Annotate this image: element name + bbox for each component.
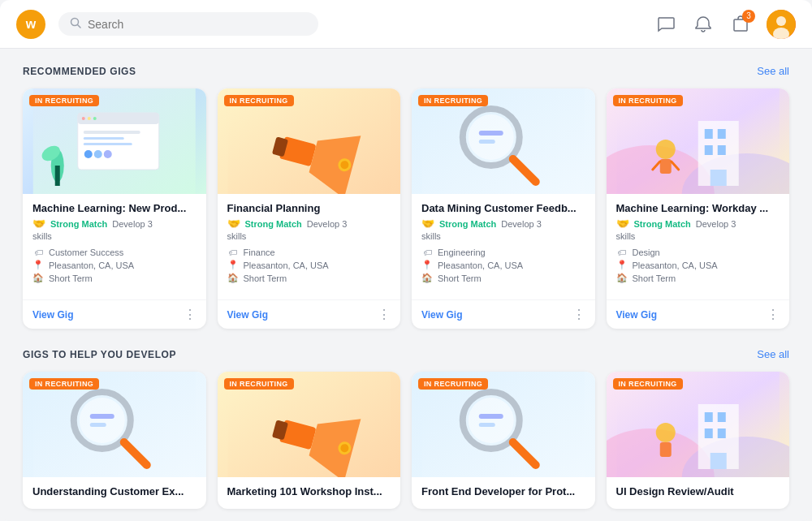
develop-label: Develop 3 [112,219,153,229]
svg-rect-39 [704,129,712,139]
svg-point-62 [469,398,514,443]
match-label: Strong Match [50,219,107,229]
card-1-location: 📍 Pleasanton, CA, USA [32,260,197,270]
recommended-see-all[interactable]: See all [757,65,789,77]
card-1-body: Machine Learning: New Prod... 🤝 Strong M… [23,194,206,299]
card-2-meta: 🏷 Finance 📍 Pleasanton, CA, USA 🏠 Short … [227,248,391,283]
svg-rect-74 [710,453,726,469]
header: w [0,0,812,49]
card-3-view-gig[interactable]: View Gig [421,309,462,321]
card-3-skills: skills [421,231,585,241]
svg-rect-45 [659,159,671,174]
gig-card-2: IN RECRUITING [218,88,401,329]
recommended-title: RECOMMENDED GIGS [23,66,136,77]
card-1-view-gig[interactable]: View Gig [32,309,73,321]
home-icon-2: 🏠 [227,273,239,283]
svg-rect-32 [479,131,503,136]
card-4-title: Machine Learning: Workday ... [616,202,780,214]
card-4-location: 📍 Pleasanton, CA, USA [616,260,780,270]
cart-icon[interactable]: 3 [729,13,752,36]
svg-point-75 [655,423,675,442]
match-icon-2: 🤝 [227,217,240,230]
header-actions: 3 [654,10,796,39]
dev-card-4-body: UI Design Review/Audit [607,477,790,509]
svg-rect-70 [704,412,712,422]
card-4-match: 🤝 Strong Match Develop 3 [616,217,780,230]
card-3-duration: 🏠 Short Term [421,273,585,283]
search-input[interactable] [88,18,307,31]
dev-card-3-image: IN RECRUITING [412,372,595,477]
messages-icon[interactable] [654,13,677,36]
home-icon-3: 🏠 [421,273,433,283]
svg-point-6 [776,16,786,26]
search-bar[interactable] [58,12,318,36]
card-2-view-gig[interactable]: View Gig [227,309,268,321]
card-3-meta: 🏷 Engineering 📍 Pleasanton, CA, USA 🏠 Sh… [421,248,585,283]
dev-card-1-image: IN RECRUITING [23,372,206,477]
recommended-section-header: RECOMMENDED GIGS See all [23,65,789,77]
card-2-more-icon[interactable]: ⋮ [378,307,391,322]
card-3-badge: IN RECRUITING [418,95,488,106]
svg-point-14 [82,117,85,120]
svg-rect-63 [479,414,503,419]
svg-point-50 [80,398,125,443]
card-2-category: 🏷 Finance [227,248,391,257]
dev-card-2-body: Marketing 101 Workshop Inst... [218,477,401,509]
svg-rect-76 [659,442,671,457]
card-1-match: 🤝 Strong Match Develop 3 [32,217,197,230]
workday-logo[interactable]: w [16,10,45,39]
develop-cards-grid: IN RECRUITING [23,372,789,509]
card-4-view-gig[interactable]: View Gig [616,309,657,321]
recommended-gigs-section: RECOMMENDED GIGS See all IN RECRUITING [23,65,789,329]
develop-label-4: Develop 3 [696,219,736,229]
svg-rect-40 [717,129,725,139]
svg-point-15 [88,117,91,120]
card-4-image: IN RECRUITING [607,88,790,194]
match-icon-4: 🤝 [616,217,629,230]
svg-rect-52 [90,423,106,427]
card-4-meta: 🏷 Design 📍 Pleasanton, CA, USA 🏠 Short T… [616,248,780,283]
develop-see-all[interactable]: See all [757,348,789,360]
svg-point-44 [655,140,675,159]
card-3-more-icon[interactable]: ⋮ [572,307,585,322]
svg-rect-42 [717,145,725,155]
card-4-duration: 🏠 Short Term [616,273,780,283]
card-2-location: 📍 Pleasanton, CA, USA [227,260,391,270]
card-3-title: Data Mining Customer Feedb... [421,202,585,214]
notifications-icon[interactable] [692,13,715,36]
location-icon-3: 📍 [421,260,433,270]
svg-point-22 [104,150,112,158]
dev-card-1-title: Understanding Customer Ex... [32,485,197,497]
dev-card-2-title: Marketing 101 Workshop Inst... [227,485,391,497]
svg-point-16 [93,117,97,120]
svg-point-21 [94,150,102,158]
card-1-image: IN RECRUITING [23,88,206,194]
match-icon: 🤝 [32,217,45,230]
recommended-cards-grid: IN RECRUITING [23,88,789,329]
card-2-skills: skills [227,231,391,241]
card-2-footer: View Gig ⋮ [218,299,401,329]
svg-point-20 [84,150,93,158]
card-1-more-icon[interactable]: ⋮ [184,307,197,322]
develop-card-4: IN RECRUITING [607,372,790,509]
svg-rect-43 [710,170,726,186]
develop-card-1: IN RECRUITING [23,372,206,509]
svg-rect-73 [717,428,725,438]
card-1-category: 🏷 Customer Success [32,248,197,257]
card-3-location: 📍 Pleasanton, CA, USA [421,260,585,270]
tag-icon-2: 🏷 [227,248,239,257]
dev-card-2-badge: IN RECRUITING [224,378,294,390]
location-icon: 📍 [32,260,44,270]
user-avatar[interactable] [767,10,796,39]
card-2-duration: 🏠 Short Term [227,273,391,283]
match-label-2: Strong Match [245,219,302,229]
card-3-category: 🏷 Engineering [421,248,585,257]
card-2-badge: IN RECRUITING [224,95,294,106]
card-1-footer: View Gig ⋮ [23,299,206,329]
card-3-footer: View Gig ⋮ [412,299,595,329]
svg-rect-17 [84,131,140,134]
home-icon: 🏠 [32,273,44,283]
develop-card-2: IN RECRUITING [218,372,401,509]
card-4-more-icon[interactable]: ⋮ [767,307,780,322]
search-icon [70,17,81,31]
